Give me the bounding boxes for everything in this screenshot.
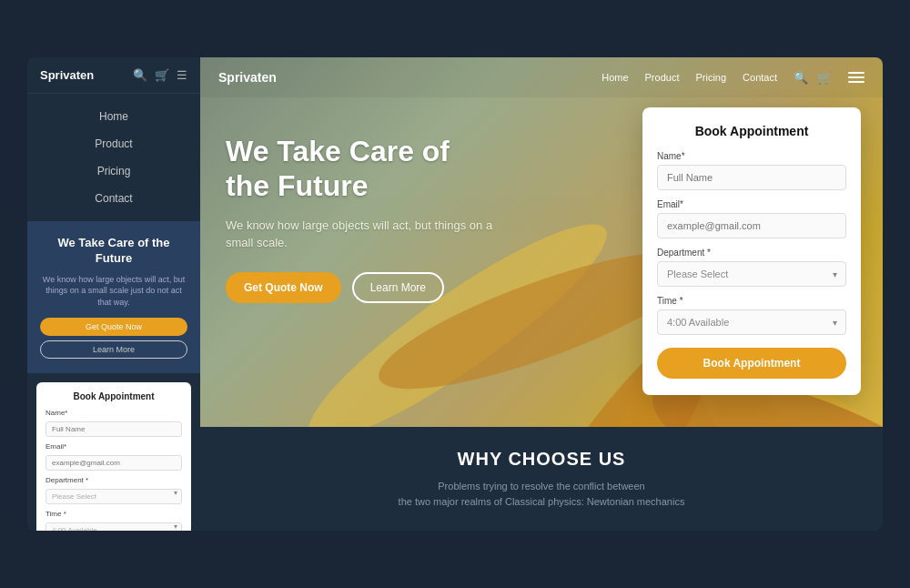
mobile-nav: Home Product Pricing Contact <box>27 94 200 221</box>
mobile-header: Sprivaten 🔍 🛒 ☰ <box>27 57 200 94</box>
desktop-book-button[interactable]: Book Appointment <box>657 348 846 379</box>
mobile-nav-home[interactable]: Home <box>27 103 200 130</box>
mobile-time-select[interactable]: 4:00 Available <box>46 522 182 531</box>
hero-learn-button[interactable]: Learn More <box>352 272 444 303</box>
mobile-form-panel: Book Appointment Name* Email* Department… <box>36 382 191 531</box>
book-card-title: Book Appointment <box>657 124 846 138</box>
mobile-dept-label: Department * <box>46 476 182 484</box>
desktop-nav-icons: 🔍 🛒 <box>794 71 832 85</box>
desktop-name-input[interactable] <box>657 165 846 190</box>
hero-buttons: Get Quote Now Learn More <box>226 272 521 303</box>
mobile-cart-icon[interactable]: 🛒 <box>155 68 169 82</box>
mobile-header-icons: 🔍 🛒 ☰ <box>133 68 187 82</box>
mobile-name-input[interactable] <box>46 421 182 437</box>
hero-section: Sprivaten Home Product Pricing Contact 🔍… <box>200 57 883 427</box>
desktop-name-label: Name* <box>657 151 846 161</box>
mobile-nav-product[interactable]: Product <box>27 130 200 157</box>
hero-subtitle: We know how large objects will act, but … <box>226 217 521 252</box>
desktop-dept-select[interactable]: Please Select <box>657 261 846 287</box>
mobile-name-label: Name* <box>46 409 182 417</box>
desktop-time-label: Time * <box>657 296 846 306</box>
desktop-dept-select-wrap: Please Select ▾ <box>657 261 846 287</box>
mobile-nav-pricing[interactable]: Pricing <box>27 157 200 185</box>
desktop-nav-contact[interactable]: Contact <box>743 72 777 83</box>
mobile-menu-icon[interactable]: ☰ <box>177 68 187 82</box>
bottom-text: Problems trying to resolve the conflict … <box>226 479 857 509</box>
mobile-form-title: Book Appointment <box>46 391 182 401</box>
desktop-nav-home[interactable]: Home <box>602 72 628 83</box>
mobile-hero-text: We know how large objects will act, but … <box>40 274 187 309</box>
mobile-learn-button[interactable]: Learn More <box>40 340 187 359</box>
bottom-title: WHY CHOOSE US <box>226 449 857 470</box>
hero-title: We Take Care of the Future <box>226 134 521 204</box>
desktop-nav-pricing[interactable]: Pricing <box>695 72 726 83</box>
mobile-search-icon[interactable]: 🔍 <box>133 68 147 82</box>
bottom-text-line2: the two major realms of Classical physic… <box>399 496 685 507</box>
bottom-text-line1: Problems trying to resolve the conflict … <box>438 481 644 492</box>
desktop-time-select[interactable]: 4:00 Available <box>657 309 846 335</box>
mobile-email-input[interactable] <box>46 455 182 471</box>
hero-title-line2: the Future <box>226 169 368 202</box>
mobile-time-label: Time * <box>46 510 182 518</box>
hamburger-line-2 <box>848 76 864 78</box>
desktop-cart-icon[interactable]: 🛒 <box>817 71 832 85</box>
mobile-quote-button[interactable]: Get Quote Now <box>40 318 187 336</box>
bottom-section: WHY CHOOSE US Problems trying to resolve… <box>200 427 883 531</box>
desktop-nav-links: Home Product Pricing Contact <box>602 72 777 83</box>
book-appointment-card: Book Appointment Name* Email* Department… <box>642 107 861 395</box>
desktop-dept-label: Department * <box>657 248 846 258</box>
mobile-time-select-wrap: 4:00 Available <box>46 520 182 531</box>
desktop-email-input[interactable] <box>657 213 846 238</box>
mobile-dept-select[interactable]: Please Select <box>46 489 182 504</box>
mobile-hero-title: We Take Care of the Future <box>40 236 187 267</box>
hero-content: We Take Care of the Future We know how l… <box>200 97 546 303</box>
mobile-panel: Sprivaten 🔍 🛒 ☰ Home Product Pricing Con… <box>27 57 200 531</box>
desktop-search-icon[interactable]: 🔍 <box>794 71 808 85</box>
desktop-nav: Sprivaten Home Product Pricing Contact 🔍… <box>200 57 883 97</box>
hero-quote-button[interactable]: Get Quote Now <box>226 272 341 303</box>
desktop-email-label: Email* <box>657 199 846 209</box>
mobile-email-label: Email* <box>46 442 182 451</box>
mobile-hero-section: We Take Care of the Future We know how l… <box>27 221 200 373</box>
desktop-logo: Sprivaten <box>218 70 277 85</box>
mobile-logo: Sprivaten <box>40 68 94 82</box>
hamburger-line-3 <box>848 81 864 83</box>
desktop-panel: Sprivaten Home Product Pricing Contact 🔍… <box>200 57 883 531</box>
mobile-dept-select-wrap: Please Select <box>46 486 182 510</box>
mobile-nav-contact[interactable]: Contact <box>27 185 200 212</box>
hamburger-line-1 <box>848 72 864 74</box>
desktop-nav-product[interactable]: Product <box>645 72 680 83</box>
desktop-time-select-wrap: 4:00 Available ▾ <box>657 309 846 335</box>
desktop-hamburger[interactable] <box>848 72 864 83</box>
hero-title-line1: We Take Care of <box>226 135 450 167</box>
